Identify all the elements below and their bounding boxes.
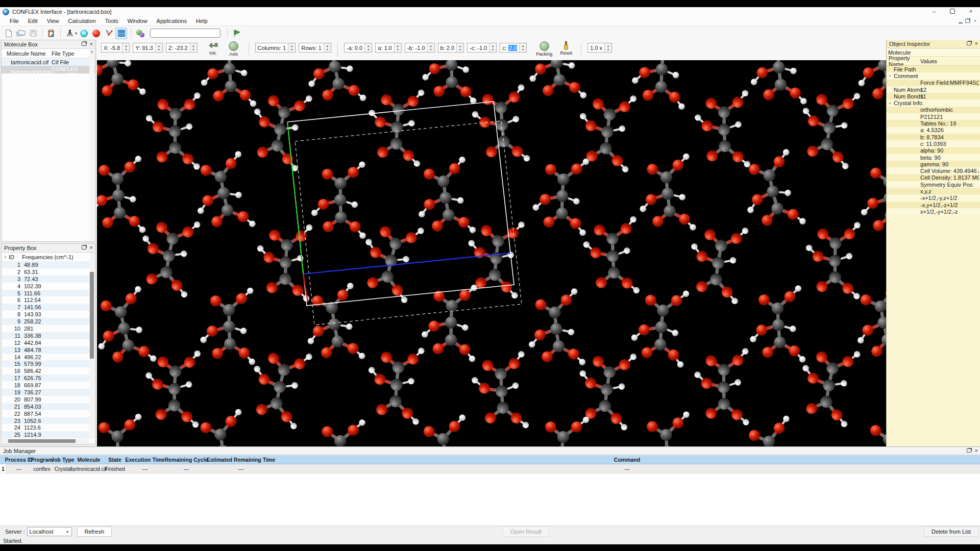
inspector-row[interactable]: -x+1/2,-y,z+1/2 [887, 195, 980, 202]
frequency-row[interactable]: 10281 [2, 325, 89, 332]
inspector-row[interactable]: >Crystal Info. [887, 99, 980, 106]
spinner-buttons[interactable]: ▲▼ [519, 43, 526, 52]
minimize-button[interactable]: – [925, 7, 943, 16]
paste-button[interactable] [46, 28, 57, 39]
frequency-row[interactable]: 231052.6 [2, 417, 89, 424]
viewport[interactable] [97, 60, 887, 446]
close-panel-icon[interactable]: × [90, 41, 93, 46]
frequency-row[interactable]: 11336.38 [2, 332, 89, 339]
inspector-row[interactable]: Cell Density: 1.8137 MG/M... [887, 174, 980, 181]
inspector-row[interactable]: Cell Volume: 439.4946 AN... [887, 167, 980, 174]
frequency-row[interactable]: 251214.9 [2, 431, 89, 438]
frequency-row[interactable]: 7141.56 [2, 304, 89, 311]
oxygen-atom-button[interactable] [91, 28, 102, 39]
inspector-row[interactable]: P212121 [887, 113, 980, 120]
frequency-row[interactable]: 20807.99 [2, 396, 89, 403]
spinner-buttons[interactable]: ▲▼ [394, 43, 401, 52]
spinner-buttons[interactable]: ▲▼ [324, 43, 331, 52]
frequency-row[interactable]: 372.43 [2, 276, 89, 283]
reset-button[interactable]: Reset [557, 41, 575, 56]
spinner-buttons[interactable]: ▲▼ [456, 43, 463, 52]
z-rotation-spinbox[interactable]: Z: -23.2▲▼ [166, 43, 198, 53]
server-select[interactable]: Localhost ▼ [27, 527, 72, 536]
chevron-down-icon[interactable]: > [888, 100, 892, 106]
inspector-row[interactable]: Force Field:MMFF94S(2010... [887, 80, 980, 86]
molecule-box-scrollbar[interactable]: ▲ [89, 49, 94, 241]
inspector-row[interactable]: x+1/2,-y+1/2,-z [887, 208, 980, 215]
property-box-vscrollbar[interactable] [89, 253, 94, 439]
inspector-row[interactable]: Symmetry Equiv Pos: [887, 181, 980, 188]
spinner-buttons[interactable]: ▲▼ [288, 43, 295, 52]
scrollbar-thumb[interactable] [8, 439, 76, 443]
menu-window[interactable]: Window [122, 18, 152, 24]
new-file-button[interactable] [3, 28, 14, 39]
menu-applications[interactable]: Applications [152, 18, 191, 24]
spinner-buttons[interactable]: ▲▼ [489, 43, 496, 52]
open-result-button[interactable]: Open Result [503, 527, 549, 537]
inspector-row[interactable]: b: 8.7834 [887, 134, 980, 140]
molecule-row[interactable]: tartronicacid.bsoCONFLEX Output File [2, 66, 95, 73]
inspector-row[interactable]: beta: 90 [887, 154, 980, 161]
draw-bond-button[interactable] [103, 28, 114, 39]
hydrogen-atom-button[interactable]: H [79, 28, 89, 39]
structure-tool-button[interactable] [64, 28, 75, 39]
viewport-canvas[interactable] [97, 60, 887, 446]
rows-spinbox[interactable]: Rows: 1▲▼ [299, 43, 331, 53]
frequency-row[interactable]: 263.31 [2, 268, 89, 276]
frequency-row[interactable]: 17626.75 [2, 374, 89, 382]
save-button[interactable] [28, 28, 38, 39]
frequency-row[interactable]: 13484.78 [2, 346, 89, 354]
inspector-row[interactable]: a: 4.5326 [887, 127, 980, 134]
c-spinbox[interactable]: c: 2.0▲▼ [500, 43, 527, 53]
close-panel-icon[interactable]: × [90, 245, 93, 250]
spinner-buttons[interactable]: ▲▼ [122, 43, 129, 52]
frequency-row[interactable]: 22887.54 [2, 410, 89, 417]
frequency-row[interactable]: 4102.39 [2, 283, 89, 290]
property-box-hscrollbar[interactable] [2, 439, 89, 443]
menu-calculation[interactable]: Calculation [63, 18, 100, 24]
menu-view[interactable]: View [42, 18, 64, 24]
structure-tool-dropdown-icon[interactable]: ▾ [75, 31, 77, 36]
frequency-row[interactable]: 148.89 [2, 261, 89, 268]
job-table-row[interactable]: 1---conflexCrystaltartronicacid.cifFinis… [0, 464, 980, 473]
frequency-row[interactable]: 21854.03 [2, 403, 89, 410]
columns-spinbox[interactable]: Columns: 1▲▼ [255, 43, 296, 53]
chevron-down-icon[interactable]: > [888, 73, 892, 79]
float-panel-icon[interactable] [967, 448, 971, 453]
inspector-row[interactable]: Num Bonds11 [887, 93, 980, 99]
frequency-row[interactable]: 19736.27 [2, 389, 89, 396]
axis-toggle-button[interactable]: Axis [225, 41, 242, 57]
frequency-row[interactable]: 5111.66 [2, 290, 89, 297]
spinner-buttons[interactable]: ▲▼ [190, 43, 197, 52]
mdi-minimize-icon[interactable] [959, 19, 963, 23]
chevron-down-icon[interactable]: > [3, 254, 8, 261]
frequency-row[interactable]: 18669.87 [2, 382, 89, 389]
close-panel-icon[interactable]: × [975, 41, 978, 46]
run-job-button[interactable] [231, 28, 242, 39]
maximize-button[interactable] [943, 7, 962, 16]
delete-from-list-button[interactable]: Delete from List [924, 527, 978, 537]
inspector-row[interactable]: -x,y+1/2,-z+1/2 [887, 202, 980, 208]
b-spinbox[interactable]: b: 2.0▲▼ [438, 43, 464, 53]
a-spinbox[interactable]: a: 1.0▲▼ [375, 43, 402, 53]
inspector-row[interactable]: c: 11.0393 [887, 140, 980, 147]
molecule-view-button[interactable] [135, 28, 145, 39]
inspector-row[interactable]: >Comment [887, 72, 980, 79]
spinner-buttons[interactable]: ▲▼ [364, 43, 372, 52]
neg-a-spinbox[interactable]: -a: 0.0▲▼ [344, 43, 372, 53]
close-panel-icon[interactable]: × [975, 448, 978, 453]
menu-tools[interactable]: Tools [101, 18, 123, 24]
inspector-row[interactable]: Tables No.: 19 [887, 120, 980, 127]
menu-help[interactable]: Help [191, 18, 212, 24]
open-file-button[interactable] [15, 28, 26, 39]
molecule-row[interactable]: tartronicacid.cifCif File [2, 58, 95, 66]
frequency-row[interactable]: 241123.6 [2, 424, 89, 431]
frequency-row[interactable]: 12442.84 [2, 339, 89, 346]
frequency-row[interactable]: 9258.22 [2, 318, 89, 325]
neg-b-spinbox[interactable]: -b: -1.0▲▼ [405, 43, 435, 53]
menu-edit[interactable]: Edit [23, 18, 42, 24]
float-panel-icon[interactable] [82, 42, 86, 46]
inspector-row[interactable]: x,y,z [887, 188, 980, 194]
frequency-row[interactable]: 14496.22 [2, 354, 89, 361]
y-rotation-spinbox[interactable]: Y: 91.3▲▼ [133, 43, 162, 53]
